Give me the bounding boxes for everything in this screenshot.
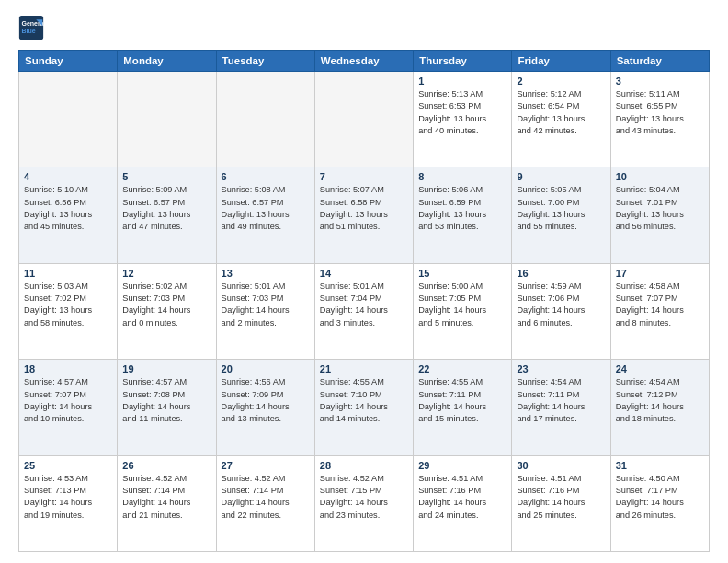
calendar-cell: 24Sunrise: 4:54 AM Sunset: 7:12 PM Dayli… bbox=[610, 360, 709, 455]
day-info: Sunrise: 5:13 AM Sunset: 6:53 PM Dayligh… bbox=[418, 88, 506, 137]
weekday-header-saturday: Saturday bbox=[610, 51, 709, 72]
day-info: Sunrise: 4:58 AM Sunset: 7:07 PM Dayligh… bbox=[616, 281, 704, 329]
day-number: 9 bbox=[517, 171, 605, 182]
weekday-header-friday: Friday bbox=[512, 51, 610, 72]
calendar-cell bbox=[216, 72, 314, 167]
day-number: 22 bbox=[418, 363, 506, 374]
weekday-header-wednesday: Wednesday bbox=[314, 51, 413, 72]
day-info: Sunrise: 5:01 AM Sunset: 7:04 PM Dayligh… bbox=[320, 281, 408, 329]
day-number: 26 bbox=[122, 460, 210, 471]
calendar-cell: 25Sunrise: 4:53 AM Sunset: 7:13 PM Dayli… bbox=[19, 455, 118, 551]
day-number: 7 bbox=[320, 171, 408, 182]
page: General Blue SundayMondayTuesdayWednesda… bbox=[0, 0, 728, 563]
calendar-cell: 17Sunrise: 4:58 AM Sunset: 7:07 PM Dayli… bbox=[610, 263, 709, 359]
day-number: 21 bbox=[320, 363, 408, 374]
calendar-table: SundayMondayTuesdayWednesdayThursdayFrid… bbox=[18, 50, 710, 552]
day-info: Sunrise: 5:00 AM Sunset: 7:05 PM Dayligh… bbox=[418, 281, 506, 329]
calendar-cell: 27Sunrise: 4:52 AM Sunset: 7:14 PM Dayli… bbox=[216, 455, 314, 551]
day-info: Sunrise: 5:07 AM Sunset: 6:58 PM Dayligh… bbox=[320, 184, 408, 233]
day-info: Sunrise: 4:54 AM Sunset: 7:11 PM Dayligh… bbox=[517, 376, 605, 425]
calendar-cell: 18Sunrise: 4:57 AM Sunset: 7:07 PM Dayli… bbox=[19, 360, 118, 455]
calendar-cell: 23Sunrise: 4:54 AM Sunset: 7:11 PM Dayli… bbox=[512, 360, 610, 455]
header: General Blue bbox=[18, 15, 710, 40]
calendar-week-row: 11Sunrise: 5:03 AM Sunset: 7:02 PM Dayli… bbox=[19, 263, 710, 359]
day-number: 18 bbox=[24, 363, 112, 374]
day-info: Sunrise: 5:11 AM Sunset: 6:55 PM Dayligh… bbox=[616, 88, 704, 137]
calendar-cell bbox=[118, 72, 216, 167]
calendar-week-row: 1Sunrise: 5:13 AM Sunset: 6:53 PM Daylig… bbox=[19, 72, 710, 167]
calendar-cell: 7Sunrise: 5:07 AM Sunset: 6:58 PM Daylig… bbox=[314, 167, 413, 263]
calendar-cell: 5Sunrise: 5:09 AM Sunset: 6:57 PM Daylig… bbox=[118, 167, 216, 263]
day-number: 14 bbox=[320, 268, 408, 279]
weekday-header-row: SundayMondayTuesdayWednesdayThursdayFrid… bbox=[19, 51, 710, 72]
day-number: 31 bbox=[616, 460, 704, 471]
calendar-week-row: 18Sunrise: 4:57 AM Sunset: 7:07 PM Dayli… bbox=[19, 360, 710, 455]
day-info: Sunrise: 4:57 AM Sunset: 7:07 PM Dayligh… bbox=[24, 376, 112, 425]
day-info: Sunrise: 4:52 AM Sunset: 7:14 PM Dayligh… bbox=[222, 473, 310, 522]
day-info: Sunrise: 5:01 AM Sunset: 7:03 PM Dayligh… bbox=[222, 281, 310, 329]
day-number: 28 bbox=[320, 460, 408, 471]
day-number: 20 bbox=[222, 363, 310, 374]
calendar-cell: 28Sunrise: 4:52 AM Sunset: 7:15 PM Dayli… bbox=[314, 455, 413, 551]
calendar-cell: 11Sunrise: 5:03 AM Sunset: 7:02 PM Dayli… bbox=[19, 263, 118, 359]
calendar-cell: 16Sunrise: 4:59 AM Sunset: 7:06 PM Dayli… bbox=[512, 263, 610, 359]
day-number: 8 bbox=[418, 171, 506, 182]
day-number: 6 bbox=[222, 171, 310, 182]
calendar-cell: 26Sunrise: 4:52 AM Sunset: 7:14 PM Dayli… bbox=[118, 455, 216, 551]
calendar-week-row: 4Sunrise: 5:10 AM Sunset: 6:56 PM Daylig… bbox=[19, 167, 710, 263]
calendar-cell: 12Sunrise: 5:02 AM Sunset: 7:03 PM Dayli… bbox=[118, 263, 216, 359]
day-info: Sunrise: 4:53 AM Sunset: 7:13 PM Dayligh… bbox=[24, 473, 112, 522]
calendar-cell: 21Sunrise: 4:55 AM Sunset: 7:10 PM Dayli… bbox=[314, 360, 413, 455]
calendar-cell: 14Sunrise: 5:01 AM Sunset: 7:04 PM Dayli… bbox=[314, 263, 413, 359]
day-info: Sunrise: 5:09 AM Sunset: 6:57 PM Dayligh… bbox=[122, 184, 210, 233]
day-number: 2 bbox=[517, 75, 605, 86]
day-number: 12 bbox=[122, 268, 210, 279]
day-number: 13 bbox=[222, 268, 310, 279]
calendar-cell: 13Sunrise: 5:01 AM Sunset: 7:03 PM Dayli… bbox=[216, 263, 314, 359]
weekday-header-sunday: Sunday bbox=[19, 51, 118, 72]
day-info: Sunrise: 4:56 AM Sunset: 7:09 PM Dayligh… bbox=[222, 376, 310, 425]
day-info: Sunrise: 5:12 AM Sunset: 6:54 PM Dayligh… bbox=[517, 88, 605, 137]
logo: General Blue bbox=[18, 15, 48, 40]
day-number: 23 bbox=[517, 363, 605, 374]
calendar-cell bbox=[19, 72, 118, 167]
calendar-cell: 3Sunrise: 5:11 AM Sunset: 6:55 PM Daylig… bbox=[610, 72, 709, 167]
day-info: Sunrise: 4:52 AM Sunset: 7:14 PM Dayligh… bbox=[122, 473, 210, 522]
calendar-cell: 2Sunrise: 5:12 AM Sunset: 6:54 PM Daylig… bbox=[512, 72, 610, 167]
day-number: 10 bbox=[616, 171, 704, 182]
calendar-cell bbox=[314, 72, 413, 167]
day-info: Sunrise: 5:05 AM Sunset: 7:00 PM Dayligh… bbox=[517, 184, 605, 233]
weekday-header-monday: Monday bbox=[118, 51, 216, 72]
calendar-cell: 1Sunrise: 5:13 AM Sunset: 6:53 PM Daylig… bbox=[414, 72, 512, 167]
weekday-header-thursday: Thursday bbox=[414, 51, 512, 72]
logo-icon: General Blue bbox=[18, 15, 44, 40]
day-number: 1 bbox=[418, 75, 506, 86]
day-info: Sunrise: 4:52 AM Sunset: 7:15 PM Dayligh… bbox=[320, 473, 408, 522]
day-info: Sunrise: 4:55 AM Sunset: 7:11 PM Dayligh… bbox=[418, 376, 506, 425]
day-info: Sunrise: 5:02 AM Sunset: 7:03 PM Dayligh… bbox=[122, 281, 210, 329]
calendar-cell: 29Sunrise: 4:51 AM Sunset: 7:16 PM Dayli… bbox=[414, 455, 512, 551]
day-info: Sunrise: 5:04 AM Sunset: 7:01 PM Dayligh… bbox=[616, 184, 704, 233]
day-number: 16 bbox=[517, 268, 605, 279]
day-number: 11 bbox=[24, 268, 112, 279]
day-number: 4 bbox=[24, 171, 112, 182]
day-info: Sunrise: 4:54 AM Sunset: 7:12 PM Dayligh… bbox=[616, 376, 704, 425]
calendar-cell: 19Sunrise: 4:57 AM Sunset: 7:08 PM Dayli… bbox=[118, 360, 216, 455]
day-info: Sunrise: 5:03 AM Sunset: 7:02 PM Dayligh… bbox=[24, 281, 112, 329]
day-number: 30 bbox=[517, 460, 605, 471]
day-info: Sunrise: 5:06 AM Sunset: 6:59 PM Dayligh… bbox=[418, 184, 506, 233]
day-info: Sunrise: 5:08 AM Sunset: 6:57 PM Dayligh… bbox=[222, 184, 310, 233]
day-info: Sunrise: 4:51 AM Sunset: 7:16 PM Dayligh… bbox=[418, 473, 506, 522]
calendar-cell: 30Sunrise: 4:51 AM Sunset: 7:16 PM Dayli… bbox=[512, 455, 610, 551]
day-number: 17 bbox=[616, 268, 704, 279]
calendar-cell: 22Sunrise: 4:55 AM Sunset: 7:11 PM Dayli… bbox=[414, 360, 512, 455]
day-number: 5 bbox=[122, 171, 210, 182]
day-number: 25 bbox=[24, 460, 112, 471]
calendar-cell: 15Sunrise: 5:00 AM Sunset: 7:05 PM Dayli… bbox=[414, 263, 512, 359]
day-info: Sunrise: 4:51 AM Sunset: 7:16 PM Dayligh… bbox=[517, 473, 605, 522]
day-info: Sunrise: 5:10 AM Sunset: 6:56 PM Dayligh… bbox=[24, 184, 112, 233]
calendar-cell: 31Sunrise: 4:50 AM Sunset: 7:17 PM Dayli… bbox=[610, 455, 709, 551]
calendar-cell: 10Sunrise: 5:04 AM Sunset: 7:01 PM Dayli… bbox=[610, 167, 709, 263]
calendar-cell: 4Sunrise: 5:10 AM Sunset: 6:56 PM Daylig… bbox=[19, 167, 118, 263]
day-number: 27 bbox=[222, 460, 310, 471]
